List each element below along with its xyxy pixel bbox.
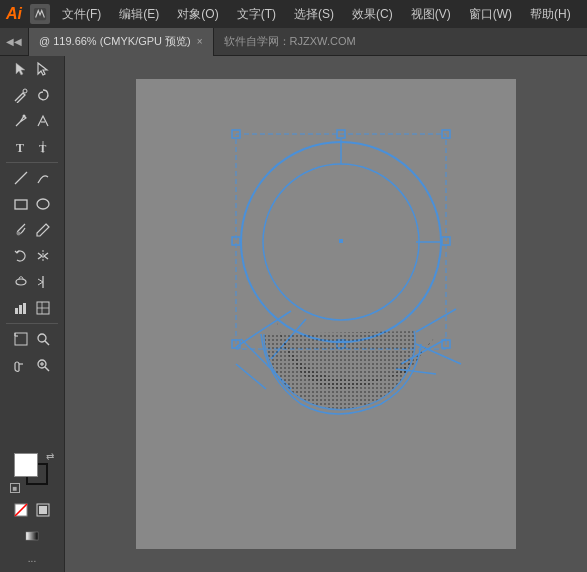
menu-effect[interactable]: 效果(C) [348,4,397,25]
svg-text:T: T [16,141,24,155]
canvas-area[interactable] [65,56,587,572]
left-toolbar: T T [0,56,65,572]
artboard-tool[interactable] [10,328,32,350]
arc-tool[interactable] [32,167,54,189]
tool-row-magic [0,82,64,108]
menu-object[interactable]: 对象(O) [173,4,222,25]
svg-rect-19 [15,333,27,345]
menu-help[interactable]: 帮助(H) [526,4,575,25]
paintbrush-tool[interactable] [10,219,32,241]
reflect-tool[interactable] [32,245,54,267]
tool-row-hand [0,352,64,378]
menu-bar[interactable]: 文件(F) 编辑(E) 对象(O) 文字(T) 选择(S) 效果(C) 视图(V… [58,4,575,25]
swap-fill-stroke-icon[interactable]: ⇄ [46,451,54,462]
tool-row-line [0,165,64,191]
main-layout: T T [0,56,587,572]
tool-row-rect [0,191,64,217]
zoom-tool[interactable] [32,328,54,350]
rotate-tool[interactable] [10,245,32,267]
magic-wand-tool[interactable] [10,84,32,106]
none-fill-icon[interactable] [10,499,32,521]
active-tab[interactable]: @ 119.66% (CMYK/GPU 预览) × [28,28,214,56]
vertical-type-tool[interactable]: T [32,136,54,158]
gradient-icon[interactable] [21,525,43,547]
toolbar-separator-1 [6,162,58,163]
menu-window[interactable]: 窗口(W) [465,4,516,25]
direct-selection-tool[interactable] [32,58,54,80]
svg-line-28 [45,367,49,371]
artwork-svg [136,79,516,549]
tab-collapse-button[interactable]: ◀◀ [0,28,28,56]
tool-row-type: T T [0,134,64,160]
type-tool[interactable]: T [10,136,32,158]
svg-point-10 [17,232,21,236]
add-anchor-tool[interactable] [32,110,54,132]
color-section: ⇄ ■ ... [0,445,64,572]
pencil-tool[interactable] [32,219,54,241]
svg-line-7 [15,172,27,184]
color-icon[interactable] [32,499,54,521]
menu-edit[interactable]: 编辑(E) [115,4,163,25]
slice-tool[interactable] [32,297,54,319]
svg-rect-14 [19,305,22,314]
hand-tool[interactable] [10,354,32,376]
pen-tool[interactable] [10,110,32,132]
svg-rect-34 [136,79,516,549]
title-bar: Ai 文件(F) 编辑(E) 对象(O) 文字(T) 选择(S) 效果(C) 视… [0,0,587,28]
tab-website-label: 软件自学网：RJZXW.COM [214,34,366,49]
tool-row-warp [0,269,64,295]
menu-file[interactable]: 文件(F) [58,4,105,25]
svg-point-1 [23,89,27,93]
line-tool[interactable] [10,167,32,189]
svg-rect-8 [15,200,27,209]
toolbar-separator-2 [6,323,58,324]
svg-rect-15 [23,303,26,314]
menu-view[interactable]: 视图(V) [407,4,455,25]
rectangle-tool[interactable] [10,193,32,215]
svg-rect-33 [26,532,38,540]
app-logo: Ai [6,5,22,23]
tool-row-colormode2 [4,523,60,549]
canvas-document [136,79,516,549]
more-tools-button[interactable]: ... [4,549,60,568]
tool-row-brush [0,217,64,243]
width-tool[interactable] [32,271,54,293]
menu-select[interactable]: 选择(S) [290,4,338,25]
tool-row-pen [0,108,64,134]
tool-row-artboard [0,326,64,352]
fill-color-box[interactable] [14,453,38,477]
tab-close-button[interactable]: × [197,36,203,47]
tool-row-colormode [4,497,60,523]
svg-point-2 [23,115,26,118]
tool-row-rotate [0,243,64,269]
tool-row-selection [0,56,64,82]
menu-text[interactable]: 文字(T) [233,4,280,25]
lasso-tool[interactable] [32,84,54,106]
svg-rect-44 [339,239,343,243]
svg-line-23 [45,341,49,345]
app-icon [30,4,50,24]
tab-label: @ 119.66% (CMYK/GPU 预览) [39,34,191,49]
svg-point-22 [38,334,46,342]
svg-rect-13 [15,308,18,314]
selection-tool[interactable] [10,58,32,80]
column-graph-tool[interactable] [10,297,32,319]
ellipse-tool[interactable] [32,193,54,215]
warp-tool[interactable] [10,271,32,293]
tool-row-graph [0,295,64,321]
svg-point-9 [37,199,49,209]
tab-bar: ◀◀ @ 119.66% (CMYK/GPU 预览) × 软件自学网：RJZXW… [0,28,587,56]
default-colors-icon[interactable]: ■ [10,483,20,493]
zoom-in-tool[interactable] [32,354,54,376]
svg-rect-32 [39,506,47,514]
